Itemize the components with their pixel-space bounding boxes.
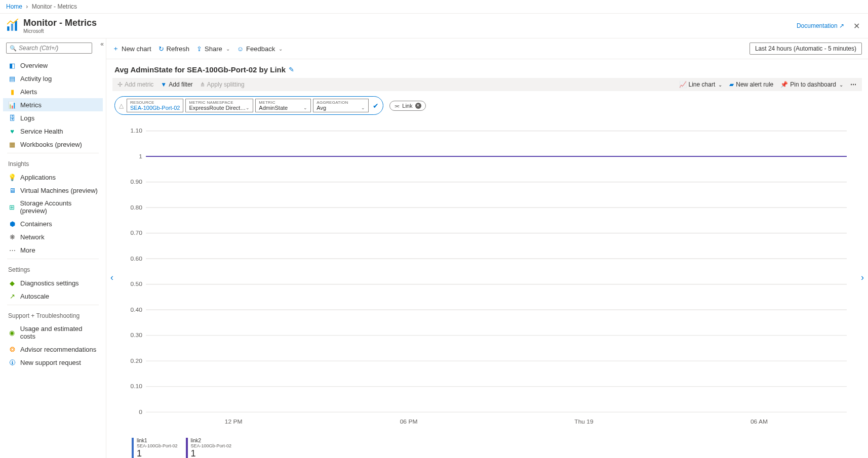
sidebar-item-applications[interactable]: 💡Applications (3, 171, 103, 184)
apply-splitting-button[interactable]: ⋔Apply splitting (200, 81, 245, 88)
svg-text:0: 0 (139, 408, 142, 415)
more-actions-button[interactable]: ⋯ (850, 81, 857, 88)
link-chip[interactable]: ⫘ Link ✕ (389, 101, 425, 111)
search-input[interactable] (19, 45, 89, 52)
nav-icon: 🖥 (8, 186, 16, 194)
sidebar-item-workbooks-preview-[interactable]: ▦Workbooks (preview) (3, 138, 103, 151)
nav-label: New support request (20, 359, 81, 366)
svg-text:1: 1 (139, 153, 142, 160)
nav-icon: 🛈 (8, 358, 16, 366)
namespace-selector[interactable]: METRIC NAMESPACE ExpressRoute Direct…⌄ (185, 99, 253, 112)
chart-actions-bar: ✢Add metric ▼Add filter ⋔Apply splitting… (112, 78, 862, 91)
sidebar-item-overview[interactable]: ◧Overview (3, 59, 103, 72)
nav-icon: ❋ (8, 233, 16, 241)
legend-item[interactable]: link1SEA-100Gb-Port-021 (132, 438, 178, 458)
prev-chart-button[interactable]: ‹ (107, 269, 116, 286)
close-button[interactable]: ✕ (851, 21, 862, 31)
sidebar-item-storage-accounts-preview-[interactable]: ⊞Storage Accounts (preview) (3, 197, 103, 217)
new-chart-button[interactable]: ＋New chart (112, 44, 151, 53)
nav-label: Activity log (20, 75, 52, 82)
line-chart-icon: 📈 (679, 81, 687, 88)
sidebar-item-virtual-machines-preview-[interactable]: 🖥Virtual Machines (preview) (3, 184, 103, 197)
pin-dashboard-button[interactable]: 📌Pin to dashboard⌄ (780, 81, 843, 88)
feedback-button[interactable]: ☺Feedback⌄ (237, 45, 283, 53)
nav-group-insights: Insights (3, 155, 103, 171)
chip-share-icon: ⫘ (394, 103, 400, 109)
next-chart-button[interactable]: › (858, 269, 867, 286)
nav-label: Applications (20, 174, 56, 181)
chevron-down-icon: ⌄ (226, 46, 230, 52)
toolbar: ＋New chart ↻Refresh ⇪Share⌄ ☺Feedback⌄ L… (106, 38, 868, 59)
breadcrumb-current: Monitor - Metrics (32, 3, 77, 10)
sidebar-item-containers[interactable]: ⬢Containers (3, 217, 103, 230)
nav-icon: 🗄 (8, 114, 16, 122)
sidebar-item-autoscale[interactable]: ↗Autoscale (3, 289, 103, 303)
nav-label: Usage and estimated costs (20, 325, 98, 340)
refresh-button[interactable]: ↻Refresh (159, 45, 190, 53)
svg-text:1.10: 1.10 (131, 127, 143, 134)
resource-selector[interactable]: RESOURCE SEA-100Gb-Port-02 (127, 99, 183, 112)
chart-area: ‹ › 00.100.200.300.400.500.600.700.800.9… (106, 120, 868, 435)
edit-title-button[interactable]: ✎ (289, 66, 294, 73)
share-icon: ⇪ (196, 45, 202, 53)
sidebar-item-service-health[interactable]: ♥Service Health (3, 124, 103, 138)
nav-icon: 📊 (8, 101, 16, 109)
sidebar-search[interactable]: 🔍 (6, 43, 92, 54)
remove-chip-button[interactable]: ✕ (415, 103, 421, 109)
external-icon: ↗ (839, 22, 844, 29)
sidebar-item-network[interactable]: ❋Network (3, 230, 103, 243)
sidebar-item-new-support-request[interactable]: 🛈New support request (3, 356, 103, 369)
page-title: Monitor - Metrics (23, 18, 97, 28)
sidebar-item-activity-log[interactable]: ▤Activity log (3, 72, 103, 85)
nav-icon: ▦ (8, 140, 16, 148)
sidebar-item-logs[interactable]: 🗄Logs (3, 111, 103, 124)
svg-text:0.70: 0.70 (131, 229, 143, 236)
nav-label: Network (20, 233, 45, 241)
svg-text:06 PM: 06 PM (400, 419, 418, 426)
aggregation-selector[interactable]: AGGREGATION Avg⌄ (313, 99, 369, 112)
svg-text:0.30: 0.30 (131, 331, 143, 339)
share-button[interactable]: ⇪Share⌄ (196, 45, 230, 53)
add-filter-button[interactable]: ▼Add filter (161, 81, 192, 88)
sidebar-item-alerts[interactable]: ▮Alerts (3, 85, 103, 98)
chevron-down-icon: ⌄ (279, 46, 283, 52)
breadcrumb-home[interactable]: Home (6, 3, 22, 10)
nav-icon: ◉ (8, 328, 16, 337)
svg-text:0.40: 0.40 (131, 306, 143, 313)
chart-type-button[interactable]: 📈Line chart⌄ (679, 81, 723, 88)
svg-rect-0 (7, 26, 9, 31)
sidebar-item-usage-and-estimated-costs[interactable]: ◉Usage and estimated costs (3, 322, 103, 343)
sidebar-item-diagnostics-settings[interactable]: ◆Diagnostics settings (3, 276, 103, 289)
sidebar-item-advisor-recommendations[interactable]: ❂Advisor recommendations (3, 343, 103, 356)
metric-selector[interactable]: METRIC AdminState⌄ (255, 99, 311, 112)
add-metric-icon: ✢ (117, 81, 123, 88)
sidebar-item-more[interactable]: ⋯More (3, 243, 103, 257)
time-range-picker[interactable]: Last 24 hours (Automatic - 5 minutes) (749, 43, 862, 55)
nav-icon: ↗ (8, 292, 16, 300)
nav-icon: ⬢ (8, 220, 16, 228)
nav-label: Diagnostics settings (20, 279, 79, 287)
nav-label: Overview (20, 62, 48, 69)
check-icon: ✔ (373, 102, 379, 110)
add-metric-button[interactable]: ✢Add metric (117, 81, 153, 88)
nav-label: Workbooks (preview) (20, 141, 82, 148)
nav-icon: ▤ (8, 74, 16, 82)
page-header: Monitor - Metrics Microsoft Documentatio… (0, 14, 868, 38)
page-subtitle: Microsoft (23, 28, 97, 34)
svg-rect-1 (11, 23, 13, 30)
legend-value: 1 (191, 448, 232, 458)
sidebar-collapse-button[interactable]: « (100, 40, 104, 48)
documentation-link[interactable]: Documentation ↗ (797, 22, 844, 29)
new-alert-button[interactable]: ▰New alert rule (729, 81, 773, 88)
nav-label: More (20, 246, 35, 254)
nav-icon: ◆ (8, 279, 16, 287)
chevron-down-icon: ⌄ (303, 105, 307, 110)
legend-value: 1 (137, 448, 178, 458)
legend-item[interactable]: link2SEA-100Gb-Port-021 (186, 438, 232, 458)
nav-label: Logs (20, 114, 34, 122)
nav-label: Autoscale (20, 293, 49, 300)
sidebar-item-metrics[interactable]: 📊Metrics (3, 98, 103, 111)
legend-name: link1 (137, 438, 178, 443)
nav-icon: ❂ (8, 345, 16, 353)
svg-text:0.20: 0.20 (131, 357, 143, 364)
